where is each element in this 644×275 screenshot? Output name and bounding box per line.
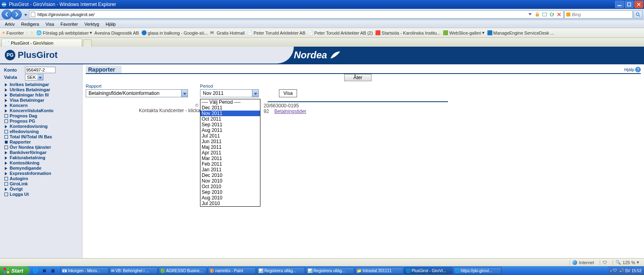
dropdown-option[interactable]: Mar 2011 — [200, 156, 260, 161]
betalningstider-link[interactable]: Betalningstider — [275, 109, 306, 114]
task-button[interactable]: 📧Inkorgen - Micro... — [60, 267, 109, 274]
back-button[interactable]: Åter — [344, 74, 372, 81]
sidebar-item[interactable]: Visa Betalningar — [4, 98, 80, 103]
fav-link-1[interactable]: Avesina Diagnostik AB — [95, 31, 139, 35]
menu-visa[interactable]: Visa — [42, 21, 57, 27]
task-button[interactable]: 🎨namnlös - Paint — [208, 267, 256, 274]
clock[interactable]: 15:52 — [632, 269, 642, 273]
refresh-icon[interactable] — [549, 11, 555, 18]
task-button[interactable]: 📊Registrera utläg... — [306, 267, 354, 274]
search-button[interactable] — [634, 10, 642, 18]
dropdown-option[interactable]: Feb 2011 — [200, 161, 260, 167]
dropdown-option[interactable]: Sep 2011 — [200, 122, 260, 127]
start-button[interactable]: Start — [0, 266, 30, 275]
new-tab-button[interactable] — [83, 39, 92, 47]
fav-link-2[interactable]: 🔵glasa in balkong - Google-sö... — [141, 30, 208, 36]
menu-redigera[interactable]: Redigera — [18, 21, 42, 27]
compat-icon[interactable] — [541, 11, 548, 18]
period-dropdown-list[interactable]: ---- Välj Period ----Dec 2011Nov 2011Oct… — [200, 99, 260, 207]
task-button[interactable]: ✉VB: Behörighet i ... — [109, 267, 158, 274]
tray-expand-icon[interactable]: ‹ — [610, 269, 611, 273]
menu-arkiv[interactable]: Arkiv — [2, 21, 18, 27]
task-button[interactable]: 📁Intrastat 201111 — [355, 267, 403, 274]
sidebar-item[interactable]: Banköverföringar — [4, 150, 80, 155]
stop-icon[interactable] — [556, 11, 562, 18]
menu-favoriter[interactable]: Favoriter — [57, 21, 81, 27]
favorites-button[interactable]: ★Favoriter — [2, 30, 24, 35]
dropdown-option[interactable]: Nov 2011 — [200, 111, 260, 116]
tab-active[interactable]: 📄 PlusGirot - GiroVision — [2, 39, 82, 47]
task-button[interactable]: 🌐https://pki-girovi... — [453, 267, 502, 274]
tray-icon[interactable]: 🔊 — [619, 268, 624, 273]
sidebar-item[interactable]: Kontosökning — [4, 160, 80, 166]
lang-indicator[interactable]: SV — [625, 269, 630, 273]
tray-icon[interactable]: 🛡 — [613, 268, 618, 273]
address-bar[interactable] — [29, 10, 564, 18]
sidebar-item[interactable]: Övr Nordea tjänster — [4, 145, 80, 150]
fav-link-4[interactable]: 📄Peter Torudd Arkitekter AB — [247, 30, 305, 36]
sidebar-item[interactable]: Prognos PG — [4, 119, 80, 124]
sidebar-item[interactable]: Fakturabetalning — [4, 155, 80, 160]
nav-forward-button[interactable] — [11, 10, 22, 19]
search-box[interactable] — [564, 10, 633, 18]
sidebar-item[interactable]: eRedovisning — [4, 129, 80, 134]
dropdown-option[interactable]: Sep 2010 — [200, 189, 260, 195]
dropdown-option[interactable]: ---- Välj Period ---- — [200, 99, 260, 105]
sidebar-item[interactable]: Logga Ut — [4, 192, 80, 197]
valuta-select[interactable]: SEK — [25, 74, 43, 80]
sidebar-item[interactable]: Rapporter — [4, 140, 80, 145]
task-button[interactable]: 🟢AGRESSO Busine... — [159, 267, 207, 274]
dropdown-option[interactable]: Aug 2010 — [200, 195, 260, 201]
sidebar-item[interactable]: Inrikes betalningar — [4, 82, 80, 87]
menu-hjalp[interactable]: Hjälp — [102, 21, 119, 27]
konto-input[interactable] — [25, 67, 56, 73]
fav-link-7[interactable]: 🟩WebSlice-galleri ▾ — [443, 30, 484, 36]
menu-verktyg[interactable]: Verktyg — [81, 21, 103, 27]
dropdown-option[interactable]: Jul 2010 — [200, 201, 260, 206]
ql-ie-icon[interactable]: 🌐 — [32, 267, 39, 274]
status-zone[interactable]: Internet — [570, 260, 596, 265]
sidebar-item[interactable]: Autogiro — [4, 176, 80, 181]
sidebar-item[interactable]: GiroLink — [4, 181, 80, 187]
help-link[interactable]: Hjälp? — [624, 67, 641, 72]
dropdown-option[interactable]: Jun 2011 — [200, 139, 260, 144]
dropdown-option[interactable]: Dec 2010 — [200, 172, 260, 178]
dropdown-option[interactable]: Aug 2011 — [200, 127, 260, 133]
ql-desktop-icon[interactable]: 🖥 — [41, 267, 47, 274]
ql-app-icon[interactable]: ⊞ — [50, 267, 56, 274]
sidebar-item[interactable]: Betalningar från fil — [4, 92, 80, 98]
sidebar-item[interactable]: Kontoredovisning — [4, 124, 80, 129]
sidebar-item[interactable]: KoncernValutaKonto — [4, 108, 80, 113]
dropdown-option[interactable]: Jan 2011 — [200, 167, 260, 172]
sidebar-item[interactable]: Bemyndigande — [4, 166, 80, 171]
sidebar-item[interactable]: Total IN/Total IN Bas — [4, 134, 80, 140]
dropdown-option[interactable]: Dec 2011 — [200, 105, 260, 111]
rapport-select[interactable]: Betalningsflöde/Kontoinformation — [86, 89, 188, 97]
nav-back-button[interactable] — [2, 10, 12, 19]
dropdown-option[interactable]: Maj 2011 — [200, 144, 260, 150]
zoom-level[interactable]: 🔍 125 % ▾ — [613, 260, 642, 265]
sidebar-item[interactable]: Utrikes Betalningar — [4, 87, 80, 92]
system-tray[interactable]: ‹ 🛡 🔊 SV 15:52 — [608, 266, 644, 275]
fav-link-0[interactable]: 🌐Förslag på webbplatser ▾ — [36, 30, 92, 36]
dropdown-option[interactable]: Apr 2011 — [200, 150, 260, 156]
fav-suggest[interactable]: ☆ — [30, 30, 34, 35]
url-input[interactable] — [37, 12, 527, 17]
task-button[interactable]: 📊Registrera utläg... — [257, 267, 305, 274]
fav-link-5[interactable]: 📄Peter Torudd Arkitekter AB (2) — [308, 30, 373, 36]
fav-link-6[interactable]: 🟥Startsida - Karolinska Institu... — [375, 30, 440, 36]
dropdown-option[interactable]: Oct 2010 — [200, 184, 260, 189]
fav-link-8[interactable]: 🟦ManageEngine ServiceDesk ... — [487, 30, 554, 36]
search-input[interactable] — [571, 12, 632, 17]
fav-link-3[interactable]: ✉Gratis Hotmail — [210, 30, 245, 36]
sidebar-item[interactable]: ExpressInformation — [4, 171, 80, 176]
dropdown-option[interactable]: Oct 2011 — [200, 116, 260, 122]
addr-dropdown[interactable] — [527, 11, 533, 18]
sidebar-item[interactable]: Koncern — [4, 103, 80, 108]
window-minimize[interactable] — [615, 1, 624, 8]
period-select[interactable]: Nov 2011 — [200, 89, 259, 97]
sidebar-item[interactable]: Prognos Dag — [4, 113, 80, 119]
window-maximize[interactable] — [625, 1, 634, 8]
window-close[interactable] — [634, 1, 643, 8]
sidebar-item[interactable]: Övrigt — [4, 187, 80, 192]
